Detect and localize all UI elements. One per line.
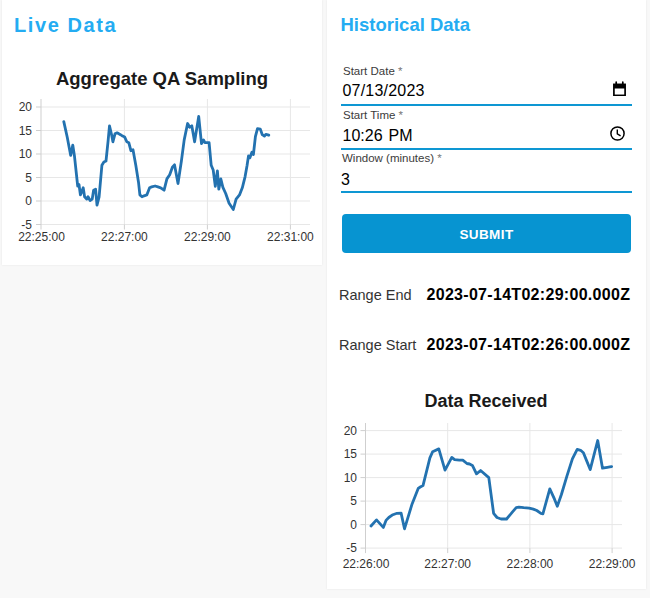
svg-text:20: 20 (19, 100, 33, 114)
svg-text:22:25:00: 22:25:00 (18, 230, 65, 244)
svg-text:22:29:00: 22:29:00 (184, 230, 231, 244)
svg-text:10: 10 (344, 471, 358, 485)
svg-text:20: 20 (344, 424, 358, 438)
svg-text:-5: -5 (346, 541, 357, 555)
svg-text:22:28:00: 22:28:00 (507, 557, 554, 571)
svg-text:Data Received: Data Received (424, 391, 547, 411)
svg-text:22:26:00: 22:26:00 (343, 557, 390, 571)
svg-text:22:31:00: 22:31:00 (267, 230, 314, 244)
svg-text:10: 10 (19, 147, 33, 161)
svg-text:22:29:00: 22:29:00 (589, 557, 636, 571)
svg-text:22:27:00: 22:27:00 (424, 557, 471, 571)
svg-text:0: 0 (350, 518, 357, 532)
svg-text:22:27:00: 22:27:00 (101, 230, 148, 244)
svg-text:Aggregate QA Sampling: Aggregate QA Sampling (56, 68, 268, 89)
svg-text:5: 5 (350, 494, 357, 508)
svg-text:0: 0 (25, 194, 32, 208)
svg-text:5: 5 (25, 171, 32, 185)
svg-text:15: 15 (344, 447, 358, 461)
svg-text:15: 15 (19, 124, 33, 138)
